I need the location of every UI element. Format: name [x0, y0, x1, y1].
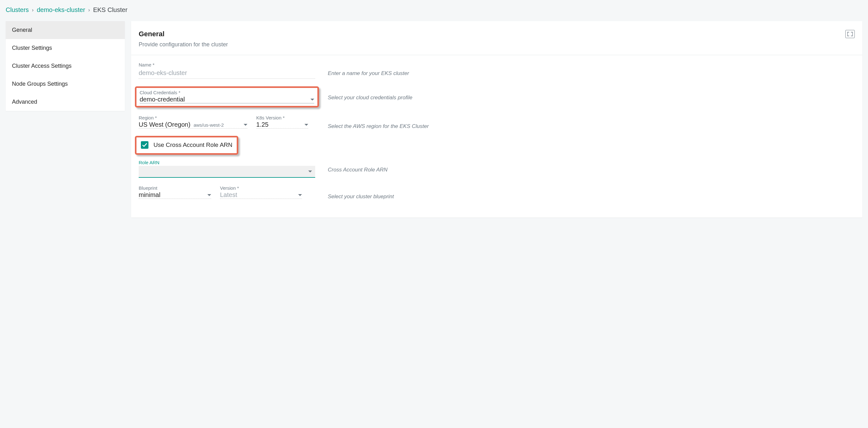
region-hint: Select the AWS region for the EKS Cluste… — [328, 115, 855, 129]
cross-account-checkbox-row[interactable]: Use Cross Account Role ARN — [140, 139, 234, 151]
expand-icon[interactable] — [845, 30, 855, 38]
breadcrumb-clusters-link[interactable]: Clusters — [6, 6, 29, 13]
breadcrumb-separator: › — [88, 7, 90, 13]
cross-account-highlight: Use Cross Account Role ARN — [135, 136, 238, 155]
sidebar-item-advanced[interactable]: Advanced — [6, 93, 125, 111]
region-label: Region * — [139, 115, 247, 120]
role-arn-select[interactable] — [139, 166, 315, 177]
section-title: General — [139, 30, 228, 38]
divider — [131, 55, 862, 55]
sidebar-item-general[interactable]: General — [6, 21, 125, 39]
region-value: US West (Oregon) — [139, 121, 190, 128]
name-input[interactable] — [139, 68, 315, 79]
role-arn-label: Role ARN — [139, 160, 315, 165]
version-label: Version * — [220, 185, 302, 191]
region-field[interactable]: Region * US West (Oregon) aws/us-west-2 — [139, 115, 247, 129]
blueprint-value: minimal — [139, 191, 160, 198]
breadcrumb-current: EKS Cluster — [93, 6, 127, 13]
role-arn-hint: Cross Account Role ARN — [328, 160, 855, 173]
sidebar: General Cluster Settings Cluster Access … — [6, 21, 125, 111]
cloud-credentials-label: Cloud Credentials * — [140, 90, 314, 95]
region-sub: aws/us-west-2 — [193, 122, 224, 128]
cloud-credentials-hint: Select your cloud credentials profile — [328, 86, 855, 101]
cloud-credentials-highlight: Cloud Credentials * demo-credential — [135, 86, 319, 108]
chevron-down-icon — [207, 194, 211, 196]
k8s-version-label: K8s Version * — [256, 115, 308, 120]
name-label: Name * — [139, 62, 315, 67]
breadcrumb-separator: › — [32, 7, 33, 13]
version-value: Latest — [220, 191, 237, 198]
blueprint-field[interactable]: Blueprint minimal — [139, 185, 211, 199]
blueprint-label: Blueprint — [139, 185, 211, 191]
section-subtitle: Provide configuration for the cluster — [139, 41, 228, 48]
name-hint: Enter a name for your EKS cluster — [328, 62, 855, 77]
blueprint-hint: Select your cluster blueprint — [328, 185, 855, 200]
chevron-down-icon — [298, 194, 302, 196]
cross-account-label: Use Cross Account Role ARN — [154, 142, 232, 148]
sidebar-item-cluster-settings[interactable]: Cluster Settings — [6, 39, 125, 57]
cross-account-checkbox[interactable] — [141, 141, 149, 149]
sidebar-item-node-groups-settings[interactable]: Node Groups Settings — [6, 75, 125, 93]
version-field[interactable]: Version * Latest — [220, 185, 302, 199]
sidebar-item-cluster-access-settings[interactable]: Cluster Access Settings — [6, 57, 125, 75]
cloud-credentials-value: demo-credential — [140, 96, 185, 103]
chevron-down-icon — [305, 124, 308, 126]
cloud-credentials-field[interactable]: Cloud Credentials * demo-credential — [140, 90, 314, 103]
k8s-version-value: 1.25 — [256, 121, 269, 128]
breadcrumb-cluster-link[interactable]: demo-eks-cluster — [37, 6, 85, 13]
k8s-version-field[interactable]: K8s Version * 1.25 — [256, 115, 308, 129]
breadcrumb: Clusters › demo-eks-cluster › EKS Cluste… — [6, 6, 862, 13]
chevron-down-icon — [310, 99, 314, 100]
role-arn-field[interactable]: Role ARN — [139, 160, 315, 178]
chevron-down-icon — [308, 171, 312, 173]
name-field[interactable]: Name * — [139, 62, 315, 79]
main-panel: General Provide configuration for the cl… — [131, 21, 862, 217]
chevron-down-icon — [244, 124, 247, 126]
